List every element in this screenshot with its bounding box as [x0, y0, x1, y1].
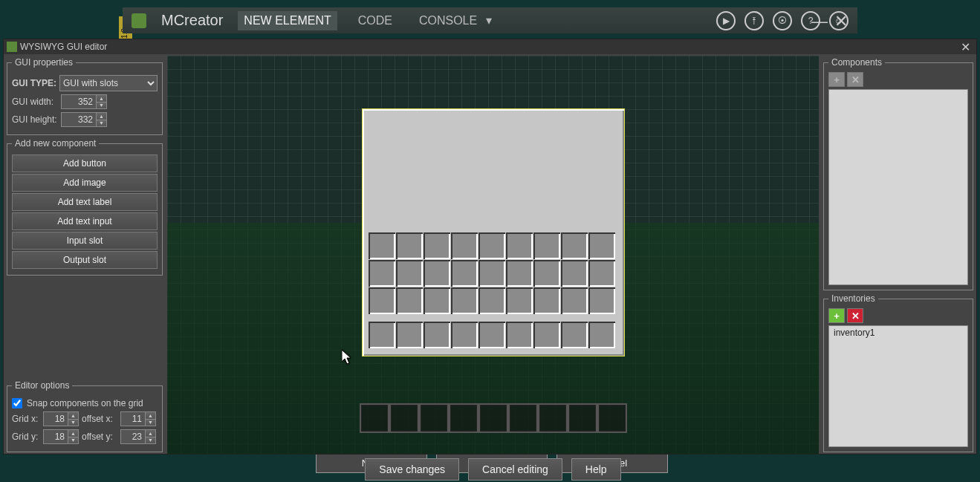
grid-y-input[interactable] [44, 430, 68, 443]
inventory-slot[interactable] [506, 260, 533, 287]
offset-x-spinner[interactable]: ▲▼ [120, 411, 156, 426]
inventory-list-item[interactable]: inventory1 [829, 326, 967, 339]
tab-new-element[interactable]: NEW ELEMENT [238, 11, 337, 30]
tab-code[interactable]: CODE [352, 11, 398, 30]
inventory-slot[interactable] [451, 260, 478, 287]
inventory-slot[interactable] [478, 232, 505, 259]
gui-height-spinner[interactable]: ▲▼ [61, 112, 107, 127]
inventory-slot[interactable] [506, 322, 533, 348]
inventory-add-button[interactable]: + [828, 308, 845, 323]
settings-icon[interactable]: ⦿ [773, 11, 792, 30]
inventory-slot[interactable] [506, 287, 533, 314]
offset-y-input[interactable] [121, 430, 145, 443]
gui-width-input[interactable] [62, 95, 96, 108]
inventory-slot[interactable] [369, 232, 395, 259]
inventory-slot[interactable] [451, 232, 478, 259]
inventory-slot[interactable] [538, 403, 568, 433]
gui-preview-panel[interactable] [363, 109, 624, 356]
inventory-slot[interactable] [369, 322, 395, 348]
tab-dropdown-icon[interactable]: ▾ [486, 13, 492, 27]
spinner-up-icon[interactable]: ▲ [97, 95, 106, 102]
grid-y-spinner[interactable]: ▲▼ [43, 429, 79, 444]
output-slot-button[interactable]: Output slot [12, 251, 158, 269]
inventory-slot[interactable] [478, 403, 508, 433]
app-close-icon[interactable]: ✕ [834, 12, 848, 31]
inventory-slot[interactable] [360, 403, 389, 433]
gui-width-spinner[interactable]: ▲▼ [61, 94, 107, 109]
snap-checkbox-row[interactable]: Snap components on the grid [12, 398, 158, 408]
inventory-slot[interactable] [561, 322, 588, 348]
inventory-slot[interactable] [478, 322, 505, 348]
inventory-slot[interactable] [561, 232, 588, 259]
spinner-up-icon[interactable]: ▲ [68, 412, 78, 420]
gui-type-select[interactable]: GUI with slots [59, 75, 158, 91]
editor-close-icon[interactable]: ✕ [958, 40, 973, 54]
inventory-slot[interactable] [533, 260, 560, 287]
offset-x-input[interactable] [121, 412, 145, 426]
inventory-slot[interactable] [396, 287, 423, 314]
inventory-slot[interactable] [597, 403, 627, 433]
inventory-slot[interactable] [588, 260, 615, 287]
spinner-up-icon[interactable]: ▲ [146, 430, 155, 437]
inventory-slot[interactable] [533, 322, 560, 348]
spinner-down-icon[interactable]: ▼ [97, 102, 106, 109]
export-icon[interactable]: ⭱ [744, 11, 764, 30]
inventory-slot[interactable] [533, 232, 560, 259]
inventory-slot[interactable] [508, 403, 538, 433]
inventory-slot[interactable] [419, 403, 449, 433]
cancel-editing-button[interactable]: Cancel editing [468, 458, 562, 481]
add-image-button[interactable]: Add image [12, 174, 158, 192]
inventory-slot[interactable] [449, 403, 478, 433]
inventory-slot[interactable] [588, 322, 615, 348]
component-delete-button[interactable]: ✕ [847, 72, 863, 87]
snap-checkbox[interactable] [12, 398, 22, 408]
spinner-up-icon[interactable]: ▲ [97, 113, 106, 120]
inventory-slot[interactable] [424, 322, 450, 348]
inventory-slot[interactable] [369, 287, 395, 314]
inventory-slot[interactable] [588, 287, 615, 314]
inventory-slot[interactable] [389, 403, 419, 433]
inventory-slot[interactable] [561, 260, 588, 287]
spinner-down-icon[interactable]: ▼ [68, 437, 78, 444]
component-add-button[interactable]: + [828, 72, 845, 87]
add-text-input-button[interactable]: Add text input [12, 212, 158, 230]
inventory-slot[interactable] [424, 232, 450, 259]
spinner-up-icon[interactable]: ▲ [68, 430, 78, 437]
inventory-slot[interactable] [424, 260, 450, 287]
inventory-slot[interactable] [506, 232, 533, 259]
inventory-delete-button[interactable]: ✕ [847, 308, 863, 323]
inventory-slot[interactable] [588, 232, 615, 259]
grid-x-spinner[interactable]: ▲▼ [43, 411, 79, 426]
inventory-slot[interactable] [561, 287, 588, 314]
inventory-slot[interactable] [568, 403, 597, 433]
components-list[interactable] [828, 89, 968, 285]
inventory-slot[interactable] [451, 322, 478, 348]
inventory-slot[interactable] [396, 260, 423, 287]
inventory-slot[interactable] [533, 287, 560, 314]
play-icon[interactable]: ▶ [716, 11, 736, 30]
gui-height-input[interactable] [62, 113, 96, 126]
inventory-slot[interactable] [478, 287, 505, 314]
inventories-list[interactable]: inventory1 [828, 325, 968, 447]
help-button[interactable]: Help [571, 458, 621, 481]
spinner-down-icon[interactable]: ▼ [146, 420, 155, 426]
spinner-down-icon[interactable]: ▼ [97, 120, 106, 127]
inventory-slot[interactable] [424, 287, 450, 314]
design-canvas[interactable] [167, 56, 819, 454]
inventory-slot[interactable] [369, 260, 395, 287]
tab-console[interactable]: CONSOLE [413, 11, 483, 30]
grid-x-input[interactable] [44, 412, 68, 426]
add-button-button[interactable]: Add button [12, 154, 158, 172]
spinner-down-icon[interactable]: ▼ [68, 420, 78, 426]
save-changes-button[interactable]: Save changes [365, 458, 459, 481]
spinner-up-icon[interactable]: ▲ [146, 412, 155, 420]
add-text-label-button[interactable]: Add text label [12, 193, 158, 211]
inventory-slot[interactable] [478, 260, 505, 287]
offset-y-spinner[interactable]: ▲▼ [120, 429, 156, 444]
inventory-slot[interactable] [451, 287, 478, 314]
inventory-slot[interactable] [396, 232, 423, 259]
inventory-slot[interactable] [396, 322, 423, 348]
app-minimize-icon[interactable]: — [811, 12, 828, 31]
input-slot-button[interactable]: Input slot [12, 232, 158, 250]
spinner-down-icon[interactable]: ▼ [146, 437, 155, 444]
